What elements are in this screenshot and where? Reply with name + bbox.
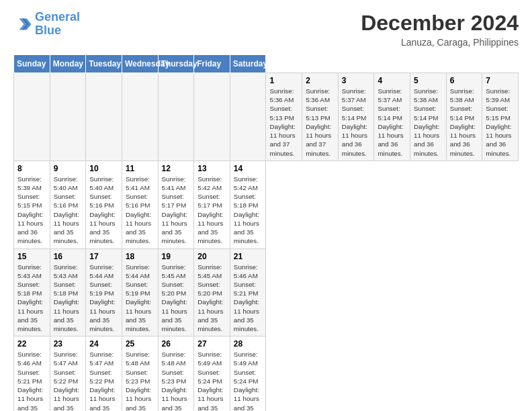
month-year: December 2024 bbox=[361, 11, 519, 36]
day-number: 3 bbox=[342, 76, 371, 85]
day-info: Sunrise: 5:40 AMSunset: 5:16 PMDaylight:… bbox=[89, 175, 118, 246]
calendar-week-0: 1Sunrise: 5:36 AMSunset: 5:13 PMDaylight… bbox=[14, 73, 519, 161]
day-number: 1 bbox=[269, 76, 298, 85]
calendar-cell: 14Sunrise: 5:42 AMSunset: 5:18 PMDayligh… bbox=[230, 161, 266, 248]
day-number: 13 bbox=[197, 164, 226, 173]
day-number: 17 bbox=[89, 252, 118, 261]
day-number: 28 bbox=[234, 339, 263, 349]
day-info: Sunrise: 5:44 AMSunset: 5:19 PMDaylight:… bbox=[126, 263, 154, 334]
header-row: Sunday Monday Tuesday Wednesday Thursday… bbox=[14, 55, 519, 73]
calendar-cell: 15Sunrise: 5:43 AMSunset: 5:18 PMDayligh… bbox=[14, 248, 50, 336]
calendar-cell: 20Sunrise: 5:45 AMSunset: 5:20 PMDayligh… bbox=[194, 248, 230, 336]
calendar-cell: 27Sunrise: 5:49 AMSunset: 5:24 PMDayligh… bbox=[194, 336, 230, 411]
title-area: December 2024 Lanuza, Caraga, Philippine… bbox=[361, 11, 519, 48]
calendar-cell: 2Sunrise: 5:36 AMSunset: 5:13 PMDaylight… bbox=[302, 73, 339, 161]
header: General Blue December 2024 Lanuza, Carag… bbox=[13, 11, 519, 48]
calendar-week-2: 15Sunrise: 5:43 AMSunset: 5:18 PMDayligh… bbox=[14, 248, 519, 336]
calendar-cell: 6Sunrise: 5:38 AMSunset: 5:14 PMDaylight… bbox=[446, 73, 482, 161]
day-info: Sunrise: 5:39 AMSunset: 5:15 PMDaylight:… bbox=[17, 175, 46, 246]
calendar-cell: 25Sunrise: 5:48 AMSunset: 5:23 PMDayligh… bbox=[122, 336, 158, 411]
location: Lanuza, Caraga, Philippines bbox=[361, 37, 519, 48]
calendar-cell: 28Sunrise: 5:49 AMSunset: 5:24 PMDayligh… bbox=[230, 336, 266, 411]
day-info: Sunrise: 5:49 AMSunset: 5:24 PMDaylight:… bbox=[197, 350, 226, 411]
day-number: 27 bbox=[197, 339, 226, 349]
day-info: Sunrise: 5:39 AMSunset: 5:15 PMDaylight:… bbox=[486, 87, 515, 158]
calendar-cell: 1Sunrise: 5:36 AMSunset: 5:13 PMDaylight… bbox=[266, 73, 302, 161]
logo-blue: Blue bbox=[35, 24, 61, 37]
calendar-body: 1Sunrise: 5:36 AMSunset: 5:13 PMDaylight… bbox=[14, 73, 519, 412]
calendar-cell: 22Sunrise: 5:46 AMSunset: 5:21 PMDayligh… bbox=[14, 336, 50, 411]
day-number: 8 bbox=[17, 164, 46, 173]
header-tuesday: Tuesday bbox=[86, 55, 122, 73]
calendar-cell: 7Sunrise: 5:39 AMSunset: 5:15 PMDaylight… bbox=[482, 73, 519, 161]
day-info: Sunrise: 5:48 AMSunset: 5:23 PMDaylight:… bbox=[126, 350, 154, 411]
calendar-cell: 10Sunrise: 5:40 AMSunset: 5:16 PMDayligh… bbox=[86, 161, 122, 248]
day-info: Sunrise: 5:36 AMSunset: 5:13 PMDaylight:… bbox=[269, 87, 298, 158]
day-info: Sunrise: 5:36 AMSunset: 5:13 PMDaylight:… bbox=[306, 87, 335, 158]
day-number: 23 bbox=[54, 339, 83, 349]
day-info: Sunrise: 5:43 AMSunset: 5:18 PMDaylight:… bbox=[17, 263, 46, 334]
day-info: Sunrise: 5:44 AMSunset: 5:19 PMDaylight:… bbox=[89, 263, 118, 334]
day-info: Sunrise: 5:46 AMSunset: 5:21 PMDaylight:… bbox=[17, 350, 46, 411]
page: General Blue December 2024 Lanuza, Carag… bbox=[0, 0, 532, 411]
calendar-cell bbox=[50, 73, 86, 161]
day-number: 5 bbox=[414, 76, 443, 85]
day-info: Sunrise: 5:41 AMSunset: 5:16 PMDaylight:… bbox=[126, 175, 154, 246]
calendar-cell: 8Sunrise: 5:39 AMSunset: 5:15 PMDaylight… bbox=[14, 161, 50, 248]
day-info: Sunrise: 5:37 AMSunset: 5:14 PMDaylight:… bbox=[378, 87, 406, 158]
calendar-cell: 18Sunrise: 5:44 AMSunset: 5:19 PMDayligh… bbox=[122, 248, 158, 336]
calendar-cell: 26Sunrise: 5:48 AMSunset: 5:23 PMDayligh… bbox=[158, 336, 194, 411]
day-number: 26 bbox=[162, 339, 191, 349]
day-number: 14 bbox=[234, 164, 263, 173]
day-info: Sunrise: 5:37 AMSunset: 5:14 PMDaylight:… bbox=[342, 87, 371, 158]
day-info: Sunrise: 5:49 AMSunset: 5:24 PMDaylight:… bbox=[234, 350, 263, 411]
day-number: 24 bbox=[89, 339, 118, 349]
calendar-cell: 24Sunrise: 5:47 AMSunset: 5:22 PMDayligh… bbox=[86, 336, 122, 411]
day-number: 11 bbox=[126, 164, 154, 173]
day-info: Sunrise: 5:47 AMSunset: 5:22 PMDaylight:… bbox=[54, 350, 83, 411]
day-number: 12 bbox=[162, 164, 191, 173]
day-info: Sunrise: 5:48 AMSunset: 5:23 PMDaylight:… bbox=[162, 350, 191, 411]
calendar-cell: 21Sunrise: 5:46 AMSunset: 5:21 PMDayligh… bbox=[230, 248, 266, 336]
calendar-cell: 9Sunrise: 5:40 AMSunset: 5:16 PMDaylight… bbox=[50, 161, 86, 248]
calendar-cell: 3Sunrise: 5:37 AMSunset: 5:14 PMDaylight… bbox=[338, 73, 374, 161]
header-friday: Friday bbox=[194, 55, 230, 73]
day-number: 6 bbox=[450, 76, 479, 85]
calendar-cell: 4Sunrise: 5:37 AMSunset: 5:14 PMDaylight… bbox=[374, 73, 410, 161]
logo-icon bbox=[13, 15, 32, 34]
day-info: Sunrise: 5:45 AMSunset: 5:20 PMDaylight:… bbox=[162, 263, 191, 334]
day-info: Sunrise: 5:38 AMSunset: 5:14 PMDaylight:… bbox=[414, 87, 443, 158]
day-number: 18 bbox=[126, 252, 154, 261]
day-number: 20 bbox=[197, 252, 226, 261]
day-number: 21 bbox=[234, 252, 263, 261]
day-number: 16 bbox=[54, 252, 83, 261]
day-info: Sunrise: 5:43 AMSunset: 5:18 PMDaylight:… bbox=[54, 263, 83, 334]
calendar-header: Sunday Monday Tuesday Wednesday Thursday… bbox=[14, 55, 519, 73]
calendar-week-1: 8Sunrise: 5:39 AMSunset: 5:15 PMDaylight… bbox=[14, 161, 519, 248]
calendar-cell bbox=[194, 73, 230, 161]
header-wednesday: Wednesday bbox=[122, 55, 158, 73]
day-number: 19 bbox=[162, 252, 191, 261]
day-number: 25 bbox=[126, 339, 154, 349]
logo-text: General Blue bbox=[35, 11, 80, 38]
day-number: 4 bbox=[378, 76, 406, 85]
calendar-cell: 16Sunrise: 5:43 AMSunset: 5:18 PMDayligh… bbox=[50, 248, 86, 336]
logo-general: General bbox=[35, 10, 80, 24]
day-number: 22 bbox=[17, 339, 46, 349]
day-info: Sunrise: 5:42 AMSunset: 5:18 PMDaylight:… bbox=[234, 175, 263, 246]
calendar-cell bbox=[86, 73, 122, 161]
day-info: Sunrise: 5:38 AMSunset: 5:14 PMDaylight:… bbox=[450, 87, 479, 158]
header-saturday: Saturday bbox=[230, 55, 266, 73]
day-number: 2 bbox=[306, 76, 335, 85]
calendar-cell bbox=[230, 73, 266, 161]
day-number: 15 bbox=[17, 252, 46, 261]
calendar-cell bbox=[14, 73, 50, 161]
calendar-table: Sunday Monday Tuesday Wednesday Thursday… bbox=[13, 54, 519, 411]
day-info: Sunrise: 5:42 AMSunset: 5:17 PMDaylight:… bbox=[197, 175, 226, 246]
day-info: Sunrise: 5:40 AMSunset: 5:16 PMDaylight:… bbox=[54, 175, 83, 246]
header-monday: Monday bbox=[50, 55, 86, 73]
calendar-cell bbox=[158, 73, 194, 161]
day-number: 7 bbox=[486, 76, 515, 85]
calendar-cell: 17Sunrise: 5:44 AMSunset: 5:19 PMDayligh… bbox=[86, 248, 122, 336]
header-thursday: Thursday bbox=[158, 55, 194, 73]
